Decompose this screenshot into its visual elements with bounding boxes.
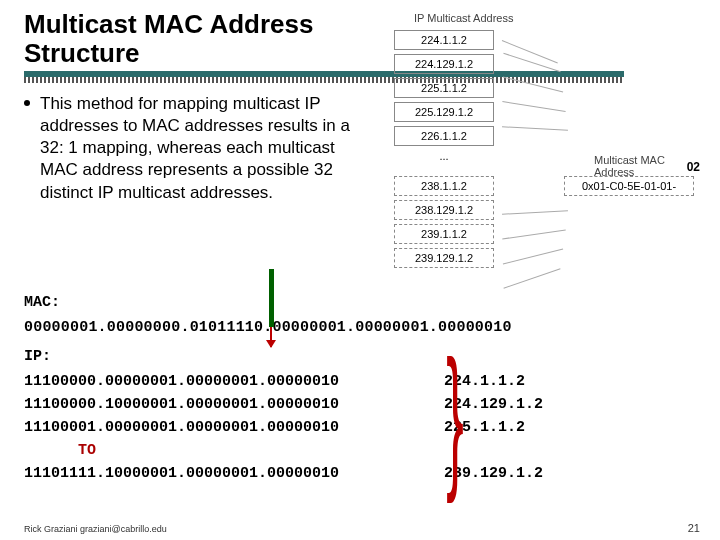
mac-result-box: 0x01-C0-5E-01-01-	[564, 176, 694, 200]
footer-author: Rick Graziani graziani@cabrillo.edu	[24, 524, 167, 534]
ip-row: 11100000.00000001.00000001.00000010 224.…	[24, 373, 720, 390]
ip-box: 239.1.1.2	[394, 224, 494, 244]
slide-title: Multicast MAC Address Structure	[0, 0, 360, 67]
ip-dotted: 239.129.1.2	[444, 465, 644, 482]
ip-binary: 11100000.00000001.00000001.00000010	[24, 373, 444, 390]
mac-column-label: Multicast MAC Address	[594, 154, 694, 178]
mac-box: 0x01-C0-5E-01-01-	[564, 176, 694, 196]
bullet-dot	[24, 100, 30, 106]
ip-box: 238.1.1.2	[394, 176, 494, 196]
bullet-text: This method for mapping multicast IP add…	[40, 93, 370, 203]
ip-label: IP:	[24, 348, 720, 365]
page-number: 21	[688, 522, 700, 534]
bracket-lines	[502, 12, 572, 282]
ip-box: 224.1.1.2	[394, 30, 494, 50]
ip-box: 238.129.1.2	[394, 200, 494, 220]
ip-binary: 11100000.10000001.00000001.00000010	[24, 396, 444, 413]
bullet-item: This method for mapping multicast IP add…	[0, 77, 370, 203]
to-label: TO	[78, 442, 720, 459]
mapping-arrow	[270, 327, 272, 347]
ip-box: 225.1.1.2	[394, 78, 494, 98]
ip-dotted: 225.1.1.2	[444, 419, 644, 436]
ip-dotted: 224.1.1.2	[444, 373, 644, 390]
overlay-suffix: 02	[687, 160, 700, 174]
ip-box: 226.1.1.2	[394, 126, 494, 146]
mac-label: MAC:	[24, 294, 720, 311]
ip-binary: 11100001.00000001.00000001.00000010	[24, 419, 444, 436]
ip-row: 11101111.10000001.00000001.00000010 239.…	[24, 465, 720, 482]
ip-box: 239.129.1.2	[394, 248, 494, 268]
ip-box: 225.129.1.2	[394, 102, 494, 122]
ip-dotted: 224.129.1.2	[444, 396, 644, 413]
mac-binary-value: 00000001.00000000.01011110.00000001.0000…	[24, 319, 720, 336]
ip-column-label: IP Multicast Address	[414, 12, 513, 24]
ellipsis: ...	[394, 150, 494, 162]
ip-box: 224.129.1.2	[394, 54, 494, 74]
curly-brace: }	[446, 343, 464, 488]
ip-row: 11100001.00000001.00000001.00000010 225.…	[24, 419, 720, 436]
ip-rows: 11100000.00000001.00000001.00000010 224.…	[24, 373, 720, 482]
ip-binary: 11101111.10000001.00000001.00000010	[24, 465, 444, 482]
ip-row: 11100000.10000001.00000001.00000010 224.…	[24, 396, 720, 413]
